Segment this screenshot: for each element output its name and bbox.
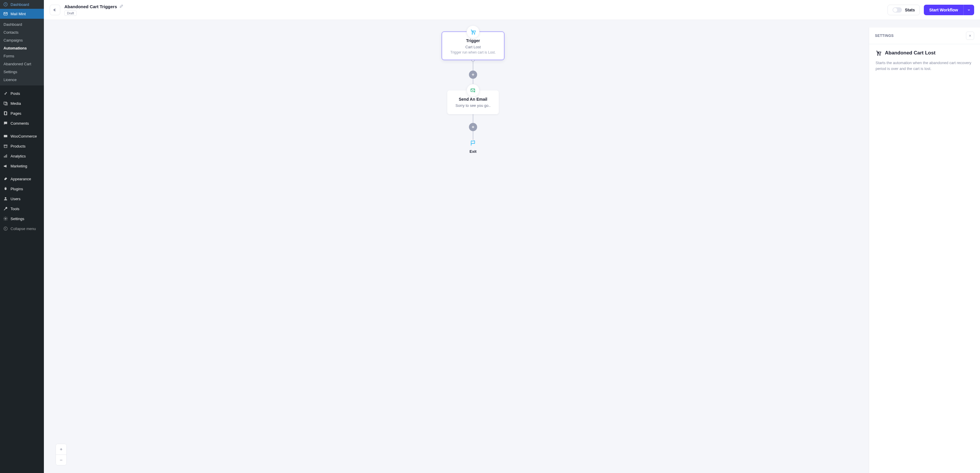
settings-title: Abandoned Cart Lost [885, 50, 935, 56]
node-desc: Trigger run when cart is Lost. [446, 50, 500, 54]
sidebar-item-users[interactable]: Users [0, 194, 44, 204]
chart-icon [3, 153, 8, 159]
comment-icon [3, 121, 8, 126]
svg-point-18 [880, 54, 881, 55]
label: Tools [11, 207, 19, 211]
settings-header: SETTINGS [869, 27, 980, 44]
cart-icon [466, 25, 479, 38]
add-step-button[interactable] [469, 123, 477, 131]
sidebar-item-comments[interactable]: Comments [0, 118, 44, 128]
sub-contacts[interactable]: Contacts [0, 29, 44, 36]
label: Settings [11, 217, 24, 221]
media-icon [3, 101, 8, 106]
label: Comments [11, 121, 29, 126]
sidebar-item-plugins[interactable]: Plugins [0, 184, 44, 194]
sidebar-item-collapse[interactable]: Collapse menu [0, 224, 44, 234]
sub-dashboard[interactable]: Dashboard [0, 21, 44, 29]
sub-forms[interactable]: Forms [0, 52, 44, 60]
sidebar-item-posts[interactable]: Posts [0, 88, 44, 98]
chevron-left-icon [52, 8, 57, 12]
email-node[interactable]: Send An Email Sorry to see you go.. [447, 91, 499, 114]
wrench-icon [3, 206, 8, 211]
label: Dashboard [11, 2, 29, 7]
zoom-out-button[interactable] [56, 455, 67, 465]
page-icon [3, 111, 8, 116]
start-label: Start Workflow [924, 5, 963, 15]
mail-icon [3, 11, 8, 16]
label: Collapse menu [11, 226, 36, 231]
plus-icon [471, 125, 475, 129]
sub-settings[interactable]: Settings [0, 68, 44, 76]
toggle-switch[interactable] [892, 7, 902, 13]
label: Posts [11, 91, 20, 96]
settings-panel: SETTINGS Abandoned Cart Lost Starts the … [869, 27, 980, 473]
svg-rect-8 [4, 156, 5, 158]
sidebar-item-mailmint[interactable]: Mail Mint [0, 9, 44, 19]
label: Analytics [11, 154, 26, 158]
label: Mail Mint [11, 12, 26, 16]
sidebar-item-woocommerce[interactable]: WooCommerce [0, 131, 44, 141]
connector-line [473, 62, 473, 70]
exit-label: Exit [469, 149, 477, 154]
sidebar-item-tools[interactable]: Tools [0, 204, 44, 214]
sidebar-item-appearance[interactable]: Appearance [0, 174, 44, 184]
sidebar-item-marketing[interactable]: Marketing [0, 161, 44, 171]
close-icon [968, 34, 972, 37]
zoom-controls [56, 444, 67, 465]
collapse-icon [3, 226, 8, 231]
flow: Trigger Cart Lost Trigger run when cart … [442, 32, 504, 154]
label: Media [11, 101, 21, 106]
label: Appearance [11, 177, 31, 181]
archive-icon [3, 143, 8, 149]
connector-line [473, 131, 473, 140]
svg-point-17 [877, 54, 878, 55]
label: Users [11, 197, 21, 201]
settings-body: Abandoned Cart Lost Starts the automatio… [869, 44, 980, 77]
sidebar-submenu: Dashboard Contacts Campaigns Automations… [0, 19, 44, 86]
chevron-down-icon [967, 8, 970, 12]
close-settings-button[interactable] [966, 32, 974, 40]
flag-icon [470, 140, 476, 148]
stats-toggle[interactable]: Stats [888, 5, 920, 15]
pin-icon [3, 91, 8, 96]
svg-point-11 [5, 197, 6, 199]
label: Marketing [11, 164, 27, 168]
svg-rect-9 [5, 155, 6, 158]
zoom-in-button[interactable] [56, 444, 67, 455]
node-subtitle: Sorry to see you go.. [451, 104, 495, 108]
main-area: Abandoned Cart Triggers Draft Stats Star… [44, 0, 980, 473]
trigger-node[interactable]: Trigger Cart Lost Trigger run when cart … [442, 32, 504, 60]
title-wrap: Abandoned Cart Triggers Draft [64, 4, 123, 16]
email-edit-icon [466, 84, 479, 97]
sidebar-item-analytics[interactable]: Analytics [0, 151, 44, 161]
sidebar-item-media[interactable]: Media [0, 98, 44, 108]
edit-title-button[interactable] [119, 4, 123, 10]
sidebar-item-pages[interactable]: Pages [0, 108, 44, 118]
sidebar-item-products[interactable]: Products [0, 141, 44, 151]
add-step-button[interactable] [469, 70, 477, 79]
start-dropdown[interactable] [963, 5, 974, 15]
sidebar-item-dashboard[interactable]: Dashboard [0, 0, 44, 9]
svg-rect-10 [6, 154, 7, 158]
woo-icon [3, 134, 8, 139]
user-icon [3, 196, 8, 201]
svg-point-12 [5, 218, 6, 219]
sidebar-item-settings[interactable]: Settings [0, 214, 44, 224]
cart-lost-icon [875, 50, 881, 57]
label: Pages [11, 111, 21, 116]
sub-campaigns[interactable]: Campaigns [0, 36, 44, 44]
start-workflow-button[interactable]: Start Workflow [924, 5, 974, 15]
svg-rect-2 [4, 102, 6, 104]
svg-point-14 [472, 33, 473, 34]
gear-icon [3, 216, 8, 221]
node-subtitle: Cart Lost [446, 45, 500, 49]
svg-rect-5 [4, 135, 7, 137]
label: Plugins [11, 187, 23, 191]
topbar: Abandoned Cart Triggers Draft Stats Star… [44, 0, 980, 20]
sub-licence[interactable]: Licence [0, 76, 44, 84]
brush-icon [3, 176, 8, 182]
back-button[interactable] [50, 5, 60, 15]
sub-abandoned-cart[interactable]: Abandoned Cart [0, 60, 44, 68]
workflow-canvas[interactable]: Trigger Cart Lost Trigger run when cart … [44, 20, 980, 473]
sub-automations[interactable]: Automations [0, 44, 44, 52]
